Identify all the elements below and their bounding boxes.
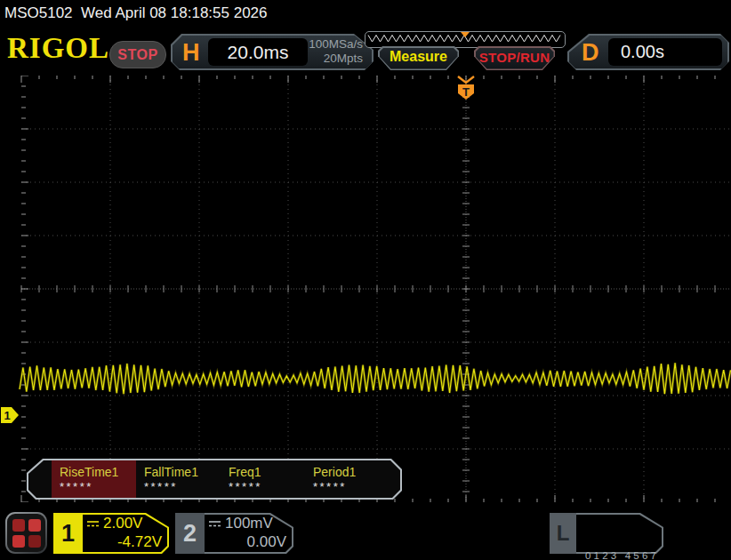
- measurement-value: *****: [229, 480, 305, 493]
- delay-panel[interactable]: D 0.00s: [567, 34, 729, 70]
- sample-rate: 100MSa/s: [309, 37, 363, 52]
- memory-depth: 20Mpts: [309, 52, 363, 66]
- model-name: MSO5102: [4, 4, 73, 21]
- delay-panel-body: D 0.00s: [569, 36, 727, 68]
- delay-label: D: [582, 39, 599, 67]
- channel1-offset: -4.72V: [86, 533, 162, 551]
- measurement-period[interactable]: Period1 *****: [305, 460, 390, 498]
- dc-coupling-icon: [86, 519, 100, 528]
- measure-button[interactable]: Measure: [378, 46, 459, 70]
- channel1-ground-marker[interactable]: 1: [1, 407, 19, 423]
- measure-button-label: Measure: [390, 49, 447, 68]
- measurement-value: *****: [144, 480, 221, 493]
- grid-lines: [21, 76, 731, 502]
- measurement-value: *****: [60, 480, 136, 493]
- horizontal-label: H: [182, 39, 200, 67]
- menu-button[interactable]: [5, 512, 47, 554]
- datetime: Wed April 08 18:18:55 2026: [81, 4, 268, 21]
- logic-label: L: [550, 513, 576, 554]
- channel2-number: 2: [175, 513, 205, 554]
- sample-rate-info: 100MSa/s 20Mpts: [309, 37, 363, 66]
- graticule: T 1: [0, 76, 731, 502]
- run-state-badge: STOP: [109, 41, 166, 68]
- channel2-badge[interactable]: 2 100mV 0.00V: [175, 513, 293, 554]
- channel2-offset: 0.00V: [208, 533, 286, 551]
- channel1-number: 1: [53, 513, 83, 554]
- channel1-marker-label: 1: [4, 409, 10, 422]
- waveform-preview-strip[interactable]: [365, 31, 566, 48]
- measurement-freq[interactable]: Freq1 *****: [221, 460, 305, 498]
- trigger-label: T: [462, 85, 470, 99]
- menu-grid-icon: [7, 514, 45, 552]
- run-state-label: STOP: [117, 47, 157, 63]
- horizontal-panel[interactable]: H 20.0ms 100MSa/s 20Mpts: [171, 34, 374, 70]
- horizontal-panel-body: H 20.0ms 100MSa/s 20Mpts: [173, 36, 372, 68]
- measurement-label: Freq1: [229, 465, 305, 479]
- measurement-label: FallTime1: [144, 465, 221, 479]
- measurement-falltime[interactable]: FallTime1 *****: [136, 460, 221, 498]
- measurement-panel: RiseTime1 ***** FallTime1 ***** Freq1 **…: [27, 459, 402, 500]
- measurement-label: RiseTime1: [60, 465, 136, 479]
- measurement-label: Period1: [313, 465, 390, 479]
- timebase-value[interactable]: 20.0ms: [208, 38, 308, 66]
- measurement-risetime[interactable]: RiseTime1 *****: [52, 460, 136, 498]
- logic-channels-row1: 0 1 2 3 4 5 6 7: [585, 548, 663, 560]
- delay-value[interactable]: 0.00s: [608, 38, 722, 66]
- channel1-badge[interactable]: 1 2.00V -4.72V: [53, 513, 169, 554]
- measurement-value: *****: [313, 480, 390, 493]
- status-bar: MSO5102 Wed April 08 18:18:55 2026: [4, 4, 268, 22]
- oscilloscope-screen: MSO5102 Wed April 08 18:18:55 2026 RIGOL…: [0, 0, 731, 560]
- stop-run-button-label: STOP/RUN: [479, 50, 550, 68]
- preview-trigger-position-icon[interactable]: [461, 32, 470, 37]
- rigol-logo: RIGOL: [7, 34, 109, 63]
- channel1-scale: 2.00V: [103, 515, 142, 532]
- channel2-scale: 100mV: [225, 515, 273, 532]
- dc-coupling-icon: [208, 519, 221, 528]
- logic-analyzer-badge[interactable]: L 0 1 2 3 4 5 6 7 8 9 10 11 12 13 14 15: [550, 513, 663, 554]
- stop-run-button[interactable]: STOP/RUN: [474, 46, 555, 70]
